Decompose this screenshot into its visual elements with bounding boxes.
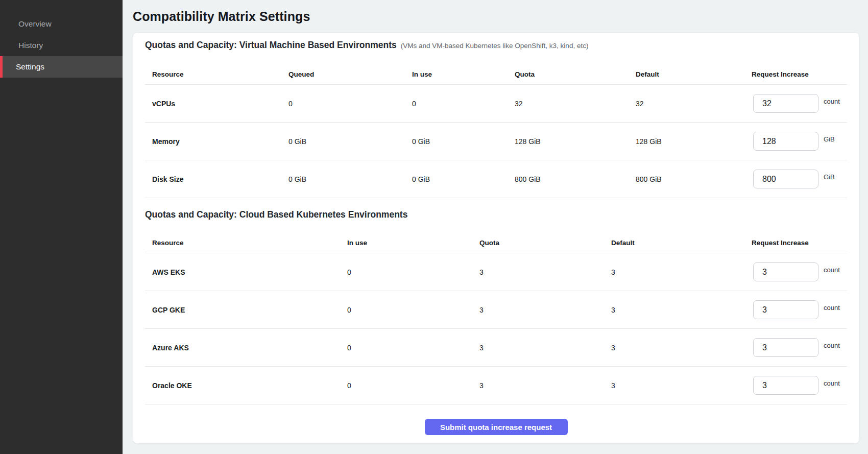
table-row: Disk Size 0 GiB 0 GiB 800 GiB 800 GiB Gi…: [145, 160, 847, 198]
request-increase-cell: GiB: [752, 170, 847, 188]
page-title: Compatibility Matrix Settings: [133, 9, 859, 24]
submit-button-row: Submit quota increase request: [145, 419, 847, 435]
queued-cell: 0 GiB: [288, 175, 412, 183]
request-increase-cell: GiB: [752, 132, 847, 151]
request-increase-input[interactable]: [753, 376, 818, 395]
column-header-quota: Quota: [479, 239, 611, 247]
table-row: Oracle OKE 0 3 3 count: [145, 367, 847, 404]
unit-label: count: [824, 98, 840, 105]
column-header-default: Default: [611, 239, 752, 247]
cloud-section-header: Quotas and Capacity: Cloud Based Kuberne…: [145, 209, 847, 223]
sidebar-item-settings[interactable]: Settings: [0, 56, 123, 78]
queued-cell: 0: [288, 100, 412, 108]
request-increase-cell: count: [752, 300, 847, 319]
resource-cell: GCP GKE: [145, 306, 347, 314]
column-header-request-increase: Request Increase: [752, 70, 847, 78]
request-increase-input[interactable]: [753, 300, 818, 319]
sidebar-item-label: Settings: [16, 62, 44, 71]
quota-cell: 3: [479, 381, 611, 390]
main-content: Compatibility Matrix Settings Quotas and…: [123, 0, 868, 454]
default-cell: 3: [611, 381, 752, 390]
column-header-quota: Quota: [515, 70, 636, 78]
sidebar-item-label: Overview: [18, 19, 52, 29]
queued-cell: 0 GiB: [288, 137, 412, 146]
resource-cell: Oracle OKE: [145, 381, 347, 390]
vm-table-body: vCPUs 0 0 32 32 count Memory 0 GiB 0 GiB…: [145, 85, 847, 198]
table-row: Azure AKS 0 3 3 count: [145, 329, 847, 367]
default-cell: 3: [611, 306, 752, 314]
request-increase-input[interactable]: [753, 170, 818, 188]
default-cell: 128 GiB: [636, 137, 752, 146]
cloud-section-title: Quotas and Capacity: Cloud Based Kuberne…: [145, 209, 407, 220]
vm-table-header: Resource Queued In use Quota Default Req…: [145, 64, 847, 85]
resource-cell: Disk Size: [145, 175, 288, 183]
in-use-cell: 0: [412, 100, 515, 108]
resource-cell: Azure AKS: [145, 344, 347, 352]
column-header-resource: Resource: [145, 239, 347, 247]
table-row: GCP GKE 0 3 3 count: [145, 291, 847, 329]
unit-label: GiB: [824, 173, 835, 181]
request-increase-cell: count: [752, 376, 847, 395]
request-increase-input[interactable]: [753, 94, 818, 113]
in-use-cell: 0: [347, 306, 479, 314]
in-use-cell: 0: [347, 381, 479, 390]
column-header-resource: Resource: [145, 70, 288, 78]
unit-label: count: [824, 266, 840, 274]
request-increase-cell: count: [752, 94, 847, 113]
cloud-table-body: AWS EKS 0 3 3 count GCP GKE 0 3 3: [145, 253, 847, 404]
column-header-in-use: In use: [347, 239, 479, 247]
unit-label: GiB: [824, 135, 835, 143]
resource-cell: Memory: [145, 137, 288, 146]
in-use-cell: 0 GiB: [412, 137, 515, 146]
submit-quota-increase-button[interactable]: Submit quota increase request: [425, 419, 568, 435]
table-row: Memory 0 GiB 0 GiB 128 GiB 128 GiB GiB: [145, 123, 847, 160]
table-row: vCPUs 0 0 32 32 count: [145, 85, 847, 123]
quota-cell: 128 GiB: [515, 137, 636, 146]
column-header-default: Default: [636, 70, 752, 78]
resource-cell: AWS EKS: [145, 268, 347, 276]
request-increase-cell: count: [752, 338, 847, 357]
request-increase-input[interactable]: [753, 132, 818, 151]
quota-cell: 800 GiB: [515, 175, 636, 183]
default-cell: 3: [611, 268, 752, 276]
sidebar-item-overview[interactable]: Overview: [0, 13, 123, 35]
request-increase-input[interactable]: [753, 262, 818, 281]
default-cell: 3: [611, 344, 752, 352]
quota-cell: 3: [479, 268, 611, 276]
quota-cell: 3: [479, 306, 611, 314]
in-use-cell: 0 GiB: [412, 175, 515, 183]
sidebar-item-history[interactable]: History: [0, 35, 123, 56]
resource-cell: vCPUs: [145, 100, 288, 108]
request-increase-cell: count: [752, 262, 847, 281]
default-cell: 800 GiB: [636, 175, 752, 183]
cloud-table-header: Resource In use Quota Default Request In…: [145, 233, 847, 253]
sidebar-item-label: History: [18, 41, 43, 50]
settings-card: Quotas and Capacity: Virtual Machine Bas…: [133, 32, 859, 444]
table-row: AWS EKS 0 3 3 count: [145, 253, 847, 291]
column-header-queued: Queued: [288, 70, 412, 78]
sidebar: Overview History Settings: [0, 0, 123, 454]
quota-cell: 3: [479, 344, 611, 352]
column-header-in-use: In use: [412, 70, 515, 78]
unit-label: count: [824, 342, 840, 349]
vm-section-title: Quotas and Capacity: Virtual Machine Bas…: [145, 40, 397, 51]
column-header-request-increase: Request Increase: [752, 239, 847, 247]
default-cell: 32: [636, 100, 752, 108]
in-use-cell: 0: [347, 268, 479, 276]
in-use-cell: 0: [347, 344, 479, 352]
unit-label: count: [824, 379, 840, 387]
quota-cell: 32: [515, 100, 636, 108]
unit-label: count: [824, 304, 840, 312]
vm-section-header: Quotas and Capacity: Virtual Machine Bas…: [145, 40, 847, 53]
request-increase-input[interactable]: [753, 338, 818, 357]
vm-section-subtitle: (VMs and VM-based Kubernetes like OpenSh…: [401, 42, 589, 50]
